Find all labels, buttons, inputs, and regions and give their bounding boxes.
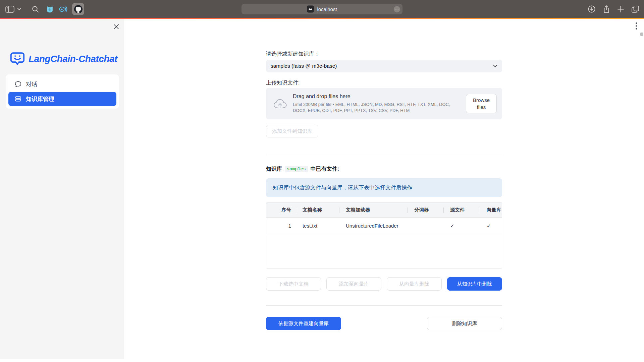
- app-logo: LangChain-Chatchat: [10, 52, 117, 66]
- sidebar-item-dialogue[interactable]: 对话: [8, 77, 116, 91]
- app-logo-text: LangChain-Chatchat: [29, 54, 117, 64]
- kb-files-table: 序号 文档名称 文档加载器 分词器 源文件 向量库 1 test.txt Uns…: [266, 202, 502, 268]
- scrollbar-thumb[interactable]: [640, 33, 643, 36]
- address-bar[interactable]: localhost: [241, 4, 402, 14]
- kb-selected-value: samples (faiss @ m3e-base): [271, 63, 493, 69]
- col-header-loader: 文档加载器: [339, 203, 408, 217]
- sidebar-item-label: 知识库管理: [26, 95, 54, 103]
- col-header-source: 源文件: [443, 203, 480, 217]
- chat-bubble-logo-icon: [10, 52, 25, 66]
- sidebar-item-label: 对话: [26, 80, 37, 88]
- cell-index: 1: [266, 218, 296, 234]
- source-check-icon: ✓: [450, 223, 454, 229]
- downloads-icon[interactable]: [588, 5, 596, 13]
- chat-icon: [15, 81, 21, 87]
- select-chevron-down-icon: [493, 65, 497, 67]
- add-files-to-kb-button[interactable]: 添加文件到知识库: [266, 125, 318, 137]
- download-selected-button[interactable]: 下载选中文档: [266, 277, 321, 291]
- downloader-extension-icon[interactable]: [46, 5, 54, 13]
- knowledge-base-icon: [15, 96, 21, 102]
- table-row[interactable]: 1 test.txt UnstructuredFileLoader ✓ ✓: [266, 218, 502, 234]
- app-menu-kebab-icon[interactable]: [635, 21, 638, 31]
- github-extension-icon[interactable]: [72, 3, 84, 15]
- kb-files-heading: 知识库 samples 中已有文件:: [266, 165, 502, 173]
- browser-toolbar: localhost: [0, 0, 644, 18]
- divider: [266, 305, 502, 306]
- address-url: localhost: [317, 6, 337, 12]
- browse-files-button[interactable]: Browse files: [466, 94, 497, 113]
- delete-from-vector-store-button[interactable]: 从向量库删除: [387, 277, 442, 291]
- kb-files-heading-prefix: 知识库: [266, 166, 282, 173]
- divider: [266, 155, 502, 155]
- info-banner-text: 知识库中包含源文件与向量库，请从下表中选择文件后操作: [273, 184, 412, 191]
- sidebar: LangChain-Chatchat 对话 知识库管理: [0, 19, 124, 359]
- upload-label: 上传知识文件:: [266, 80, 502, 86]
- kb-select-label: 请选择或新建知识库：: [266, 51, 502, 57]
- search-icon[interactable]: [32, 6, 39, 13]
- add-to-vector-store-button[interactable]: 添加至向量库: [326, 277, 381, 291]
- cloud-upload-icon: [273, 99, 287, 109]
- cell-loader: UnstructuredFileLoader: [339, 218, 408, 234]
- streamlit-favicon: [307, 6, 314, 13]
- sidebar-close-icon[interactable]: [112, 23, 120, 30]
- vector-check-icon: ✓: [487, 223, 491, 229]
- table-header-row: 序号 文档名称 文档加载器 分词器 源文件 向量库: [266, 203, 502, 218]
- cell-splitter: [408, 218, 443, 234]
- main-area: 请选择或新建知识库： samples (faiss @ m3e-base) 上传…: [124, 19, 644, 362]
- kb-actions-row: 依据源文件重建向量库 删除知识库: [266, 317, 502, 330]
- file-actions-row: 下载选中文档 添加至向量库 从向量库删除 从知识库中删除: [266, 277, 502, 291]
- new-tab-icon[interactable]: [617, 6, 624, 13]
- toolbar-chevron-down-icon[interactable]: [17, 8, 21, 10]
- kb-selectbox[interactable]: samples (faiss @ m3e-base): [266, 60, 502, 72]
- address-more-icon[interactable]: [394, 6, 400, 12]
- share-icon[interactable]: [603, 5, 610, 13]
- delete-from-kb-button[interactable]: 从知识库中删除: [447, 277, 502, 291]
- kb-files-heading-suffix: 中已有文件:: [311, 166, 339, 173]
- table-empty-space: [266, 234, 502, 268]
- sidebar-menu: 对话 知识库管理: [6, 74, 119, 109]
- sidebar-toggle-icon[interactable]: [5, 6, 14, 13]
- sidebar-item-knowledge-base[interactable]: 知识库管理: [8, 92, 116, 106]
- dropzone-hint: Limit 200MB per file • EML, HTML, JSON, …: [293, 102, 460, 113]
- cell-name: test.txt: [296, 218, 339, 234]
- dropzone-title: Drag and drop files here: [293, 94, 460, 100]
- kb-name-code: samples: [285, 166, 308, 172]
- file-dropzone[interactable]: Drag and drop files here Limit 200MB per…: [266, 88, 502, 119]
- col-header-vector: 向量库: [480, 203, 502, 217]
- col-header-splitter: 分词器: [408, 203, 443, 217]
- delete-kb-button[interactable]: 删除知识库: [427, 317, 502, 330]
- rebuild-vector-store-button[interactable]: 依据源文件重建向量库: [266, 317, 341, 330]
- tabs-overview-icon[interactable]: [631, 5, 639, 13]
- col-header-index: 序号: [266, 203, 296, 217]
- col-header-name: 文档名称: [296, 203, 339, 217]
- circles-star-extension-icon[interactable]: [59, 5, 67, 13]
- info-banner: 知识库中包含源文件与向量库，请从下表中选择文件后操作: [266, 178, 502, 197]
